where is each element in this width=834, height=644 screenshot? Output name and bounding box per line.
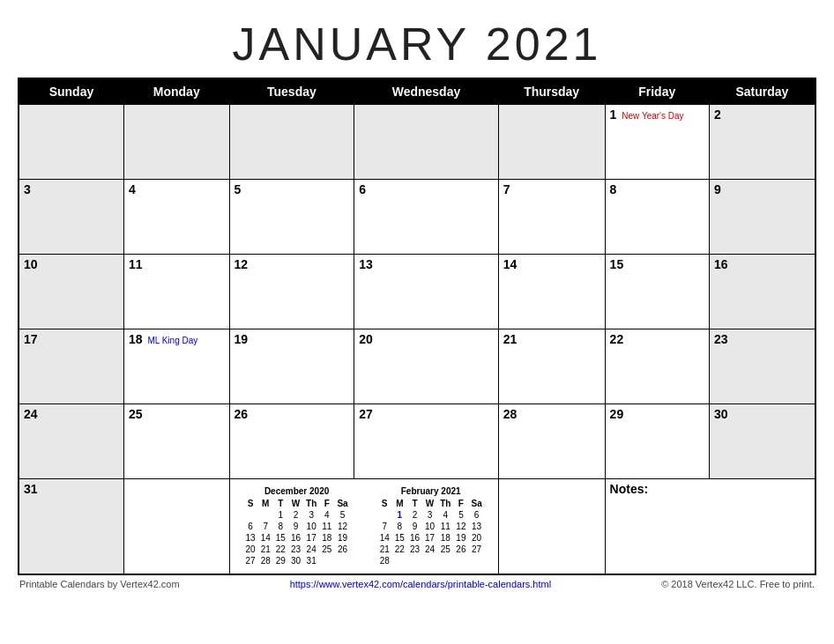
- table-row: 25: [123, 404, 229, 479]
- day-number: 19: [235, 332, 249, 346]
- table-row: [19, 105, 123, 180]
- table-row: 18 ML King Day: [123, 329, 229, 404]
- header-thursday: Thursday: [498, 78, 605, 105]
- footer-left: Printable Calendars by Vertex42.com: [19, 579, 180, 589]
- table-row: 28: [498, 404, 605, 479]
- day-number: 28: [503, 407, 518, 421]
- footer: Printable Calendars by Vertex42.com http…: [18, 575, 816, 593]
- table-row: 22: [605, 329, 709, 404]
- calendar-table: Sunday Monday Tuesday Wednesday Thursday…: [18, 78, 816, 575]
- february-mini-calendar: February 2021 SMTWThFSa 123456 789101112…: [377, 486, 485, 566]
- table-row: 15: [605, 255, 709, 329]
- footer-right: © 2018 Vertex42 LLC. Free to print.: [661, 579, 815, 589]
- week-row: 1 New Year's Day 2: [19, 105, 815, 180]
- last-week-row: 31 December 2020 SMTWThFSa 12345 6789101…: [19, 479, 815, 575]
- table-row: [354, 105, 498, 180]
- day-number: 30: [714, 407, 728, 421]
- header-saturday: Saturday: [709, 78, 815, 105]
- table-row: 29: [605, 404, 709, 479]
- december-mini-calendar: December 2020 SMTWThFSa 12345 6789101112…: [243, 486, 351, 566]
- table-row: [498, 105, 605, 180]
- day-number: 9: [714, 182, 721, 196]
- notes-cell: Notes:: [605, 479, 815, 575]
- day-number: 26: [235, 407, 249, 421]
- day-number: 1: [610, 107, 617, 122]
- day-number: 7: [503, 182, 510, 196]
- day-number: 29: [610, 407, 624, 421]
- notes-label: Notes:: [610, 482, 649, 496]
- day-number: 8: [610, 182, 617, 196]
- table-row: [123, 105, 229, 180]
- table-row: 20: [354, 329, 498, 404]
- day-number: 20: [359, 332, 373, 346]
- week-row: 3 4 5 6 7 8 9: [19, 180, 815, 255]
- day-number: 12: [235, 257, 249, 271]
- day-number: 24: [24, 407, 38, 421]
- day-number: 4: [129, 182, 136, 196]
- dec-mini-title: December 2020: [243, 486, 351, 496]
- day-number: 3: [24, 182, 31, 196]
- table-row: 6: [354, 180, 498, 255]
- table-row: 4: [123, 180, 229, 255]
- table-row: 9: [709, 180, 815, 255]
- table-row: 1 New Year's Day: [605, 105, 709, 180]
- table-row: 5: [229, 180, 354, 255]
- table-row: 14: [498, 255, 605, 329]
- mini-calendars-cell: December 2020 SMTWThFSa 12345 6789101112…: [229, 479, 498, 575]
- day-number: 18: [129, 332, 143, 346]
- table-row: 12: [229, 255, 354, 329]
- table-row: 31: [19, 479, 123, 575]
- page-title: JANUARY 2021: [18, 9, 816, 78]
- week-row: 24 25 26 27 28 29 30: [19, 404, 815, 479]
- table-row: 19: [229, 329, 354, 404]
- table-row: 7: [498, 180, 605, 255]
- table-row: 3: [19, 180, 123, 255]
- table-row: 8: [605, 180, 709, 255]
- header-monday: Monday: [123, 78, 229, 105]
- day-number: 31: [24, 482, 38, 496]
- table-row: 26: [229, 404, 354, 479]
- table-row: 13: [354, 255, 498, 329]
- day-number: 22: [610, 332, 624, 346]
- day-number: 16: [714, 257, 728, 271]
- table-row: 30: [709, 404, 815, 479]
- table-row: 2: [709, 105, 815, 180]
- day-number: 21: [503, 332, 518, 346]
- day-number: 14: [503, 257, 518, 271]
- week-row: 17 18 ML King Day 19 20 21 22 23: [19, 329, 815, 404]
- holiday-label: New Year's Day: [622, 111, 683, 121]
- header-sunday: Sunday: [19, 78, 123, 105]
- table-row: 21: [498, 329, 605, 404]
- table-row: 11: [123, 255, 229, 329]
- table-row: 23: [709, 329, 815, 404]
- header-wednesday: Wednesday: [354, 78, 498, 105]
- day-number: 2: [714, 107, 721, 122]
- day-number: 25: [129, 407, 143, 421]
- day-number: 6: [359, 182, 366, 196]
- table-row: [229, 105, 354, 180]
- table-row: [123, 479, 229, 575]
- day-number: 10: [24, 257, 38, 271]
- header-friday: Friday: [605, 78, 709, 105]
- week-row: 10 11 12 13 14 15 16: [19, 255, 815, 329]
- table-row: 24: [19, 404, 123, 479]
- day-number: 23: [714, 332, 728, 346]
- table-row: 17: [19, 329, 123, 404]
- holiday-label: ML King Day: [147, 336, 197, 345]
- table-row: 27: [354, 404, 498, 479]
- header-tuesday: Tuesday: [229, 78, 354, 105]
- day-number: 13: [359, 257, 373, 271]
- day-number: 27: [359, 407, 373, 421]
- table-row: 10: [19, 255, 123, 329]
- table-row: [498, 479, 605, 575]
- days-header-row: Sunday Monday Tuesday Wednesday Thursday…: [19, 78, 815, 105]
- footer-center[interactable]: https://www.vertex42.com/calendars/print…: [290, 579, 552, 589]
- table-row: 16: [709, 255, 815, 329]
- day-number: 11: [129, 257, 143, 271]
- day-number: 15: [610, 257, 624, 271]
- feb-mini-title: February 2021: [377, 486, 485, 496]
- day-number: 5: [235, 182, 242, 196]
- day-number: 17: [24, 332, 38, 346]
